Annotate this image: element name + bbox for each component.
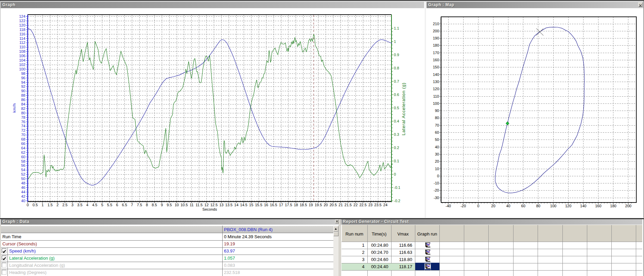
svg-text:0: 0 — [477, 204, 479, 208]
svg-text:18.5: 18.5 — [300, 203, 307, 207]
svg-text:-20: -20 — [460, 204, 466, 208]
svg-text:3.5: 3.5 — [77, 203, 82, 207]
svg-text:1.5: 1.5 — [48, 203, 53, 207]
svg-text:0.3: 0.3 — [394, 132, 399, 136]
svg-text:94: 94 — [21, 80, 25, 84]
svg-text:210: 210 — [433, 22, 439, 26]
svg-text:130: 130 — [433, 80, 439, 84]
svg-text:200: 200 — [433, 29, 439, 33]
svg-text:104: 104 — [19, 58, 25, 62]
svg-text:150: 150 — [433, 65, 439, 69]
svg-text:7: 7 — [131, 203, 133, 207]
svg-text:17.5: 17.5 — [285, 203, 292, 207]
svg-text:140: 140 — [580, 204, 586, 208]
svg-text:52: 52 — [21, 172, 25, 176]
svg-text:70: 70 — [21, 133, 25, 137]
svg-text:22: 22 — [353, 203, 358, 207]
svg-text:17: 17 — [279, 203, 283, 207]
svg-text:0.6: 0.6 — [394, 93, 399, 97]
svg-text:42: 42 — [21, 194, 25, 198]
svg-text:46: 46 — [21, 185, 25, 190]
svg-text:180: 180 — [433, 43, 439, 47]
svg-text:4.5: 4.5 — [92, 203, 97, 207]
svg-text:68: 68 — [21, 137, 25, 141]
svg-text:9: 9 — [161, 203, 163, 207]
svg-text:50: 50 — [21, 177, 25, 181]
svg-text:-0.2: -0.2 — [394, 199, 400, 203]
svg-text:98: 98 — [21, 71, 25, 76]
svg-text:9.5: 9.5 — [167, 203, 172, 207]
svg-text:92: 92 — [21, 84, 25, 88]
svg-text:122: 122 — [19, 19, 25, 23]
svg-text:16: 16 — [264, 203, 268, 207]
svg-text:2: 2 — [56, 203, 58, 207]
svg-text:58: 58 — [21, 159, 25, 163]
svg-text:56: 56 — [21, 163, 25, 167]
svg-text:48: 48 — [21, 181, 25, 185]
svg-text:110: 110 — [19, 45, 25, 49]
svg-text:106: 106 — [19, 54, 25, 58]
svg-text:140: 140 — [433, 72, 439, 77]
svg-text:116: 116 — [19, 32, 25, 36]
svg-text:-40: -40 — [446, 204, 451, 208]
svg-text:118: 118 — [19, 28, 25, 32]
svg-text:100: 100 — [550, 204, 556, 208]
svg-text:0.9: 0.9 — [394, 53, 399, 57]
svg-text:8: 8 — [146, 203, 148, 207]
svg-text:24: 24 — [383, 203, 387, 207]
svg-text:12: 12 — [205, 203, 209, 207]
svg-text:80: 80 — [435, 116, 439, 120]
svg-text:km/h: km/h — [12, 103, 16, 113]
svg-text:8.5: 8.5 — [152, 203, 157, 207]
svg-text:20: 20 — [324, 203, 328, 207]
svg-text:80: 80 — [21, 111, 25, 115]
svg-text:114: 114 — [19, 36, 25, 40]
svg-text:74: 74 — [21, 124, 25, 128]
svg-text:3: 3 — [71, 203, 73, 207]
svg-text:-30: -30 — [434, 196, 439, 200]
svg-text:0.8: 0.8 — [394, 66, 399, 70]
svg-text:190: 190 — [433, 36, 439, 40]
svg-text:100: 100 — [19, 67, 25, 71]
svg-text:90: 90 — [21, 89, 25, 93]
svg-text:102: 102 — [19, 63, 25, 67]
svg-text:11.5: 11.5 — [196, 203, 203, 207]
svg-text:66: 66 — [21, 142, 25, 146]
svg-text:100: 100 — [433, 101, 439, 105]
svg-text:6.5: 6.5 — [122, 203, 127, 207]
svg-text:0.5: 0.5 — [394, 106, 399, 110]
svg-text:0.7: 0.7 — [394, 79, 399, 83]
svg-text:200: 200 — [625, 204, 631, 208]
svg-text:60: 60 — [435, 130, 439, 134]
svg-text:96: 96 — [21, 76, 25, 80]
svg-text:7.5: 7.5 — [137, 203, 142, 207]
svg-text:64: 64 — [21, 146, 25, 150]
svg-text:40: 40 — [21, 199, 25, 203]
svg-text:5: 5 — [101, 203, 103, 207]
svg-text:88: 88 — [21, 93, 25, 97]
svg-text:50: 50 — [435, 137, 439, 142]
svg-text:0: 0 — [437, 174, 439, 178]
svg-text:21: 21 — [338, 203, 343, 207]
svg-text:70: 70 — [435, 123, 439, 127]
svg-text:5.5: 5.5 — [107, 203, 112, 207]
svg-text:10.5: 10.5 — [180, 203, 188, 207]
svg-text:19.5: 19.5 — [315, 203, 322, 207]
svg-text:0: 0 — [394, 172, 396, 176]
svg-text:1: 1 — [394, 39, 396, 44]
svg-text:30: 30 — [435, 152, 439, 156]
svg-text:1: 1 — [41, 203, 43, 207]
svg-text:86: 86 — [21, 98, 25, 102]
svg-text:15.5: 15.5 — [255, 203, 262, 207]
svg-text:11: 11 — [190, 203, 193, 207]
svg-text:12.5: 12.5 — [210, 203, 217, 207]
svg-text:82: 82 — [21, 107, 25, 111]
svg-text:84: 84 — [21, 102, 25, 106]
svg-text:160: 160 — [433, 58, 439, 62]
svg-text:4: 4 — [86, 203, 88, 207]
svg-text:44: 44 — [21, 190, 25, 194]
svg-text:22.5: 22.5 — [359, 203, 366, 207]
svg-text:10: 10 — [435, 167, 439, 171]
svg-text:80: 80 — [536, 204, 540, 208]
svg-text:13: 13 — [219, 203, 223, 207]
